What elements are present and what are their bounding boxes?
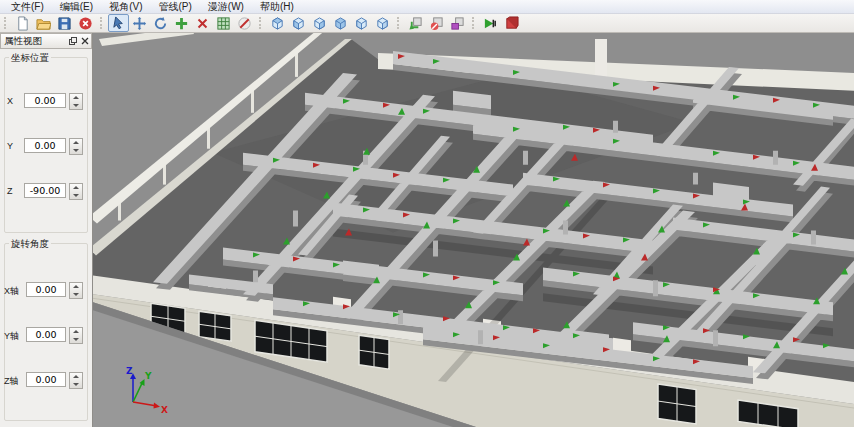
select-button[interactable] [108, 14, 129, 32]
import-arrow-icon [408, 16, 423, 31]
disable-button[interactable] [234, 14, 255, 32]
merge-model-button[interactable] [447, 14, 468, 32]
view-back-button[interactable] [288, 14, 309, 32]
toolbar-grip [397, 17, 402, 29]
rot-z-spinner[interactable] [69, 372, 83, 389]
toolbar [0, 14, 854, 33]
open-file-button[interactable] [33, 14, 54, 32]
close-button[interactable] [75, 14, 96, 32]
move-icon [132, 16, 147, 31]
rot-x-row: X轴 [0, 282, 92, 298]
coord-y-spinner[interactable] [69, 138, 83, 155]
properties-panel: 属性视图 坐标位置 X Y Z [0, 33, 93, 427]
view-cube-icon [291, 16, 306, 31]
rot-y-row: Y轴 [0, 327, 92, 343]
view-left-button[interactable] [351, 14, 372, 32]
toolbar-grip [100, 17, 105, 29]
view-cube-icon [270, 16, 285, 31]
rot-y-spinner[interactable] [69, 327, 83, 344]
menu-help[interactable]: 帮助(H) [252, 0, 302, 13]
red-x-icon [195, 16, 210, 31]
save-button[interactable] [54, 14, 75, 32]
toolbar-grip [259, 17, 264, 29]
menu-roam[interactable]: 漫游(W) [200, 0, 252, 13]
purple-box-icon [450, 16, 465, 31]
select-cursor-icon [111, 16, 126, 31]
save-icon [57, 16, 72, 31]
rot-x-label: X轴 [4, 285, 19, 298]
view-right-button[interactable] [372, 14, 393, 32]
rot-x-input[interactable] [26, 282, 66, 297]
walk-play-icon [483, 16, 498, 31]
plus-icon [174, 16, 189, 31]
rot-y-input[interactable] [26, 327, 66, 342]
float-panel-icon[interactable] [67, 36, 78, 47]
coord-x-row: X [0, 93, 92, 109]
coord-z-label: Z [7, 186, 13, 196]
view-top-button[interactable] [309, 14, 330, 32]
menu-file[interactable]: 文件(F) [3, 0, 52, 13]
toolbar-grip [4, 17, 9, 29]
roof-duct-scene: Z Y X [93, 33, 854, 427]
open-folder-icon [36, 16, 51, 31]
rotate-button[interactable] [150, 14, 171, 32]
block-model-button[interactable] [426, 14, 447, 32]
view-cube-icon [333, 16, 348, 31]
rotation-group-title: 旋转角度 [9, 238, 51, 251]
blocked-box-icon [429, 16, 444, 31]
roam-stop-button[interactable] [501, 14, 522, 32]
grid-snap-button[interactable] [213, 14, 234, 32]
no-entry-icon [237, 16, 252, 31]
menu-edit[interactable]: 编辑(E) [52, 0, 101, 13]
rot-z-input[interactable] [26, 372, 66, 387]
view-bottom-button[interactable] [330, 14, 351, 32]
axis-z-label: Z [126, 366, 133, 376]
grid-icon [216, 16, 231, 31]
3d-viewport[interactable]: Z Y X [93, 33, 854, 427]
coord-x-spinner[interactable] [69, 93, 83, 110]
properties-panel-header[interactable]: 属性视图 [0, 33, 92, 49]
rot-z-label: Z轴 [4, 375, 19, 388]
view-cube-icon [354, 16, 369, 31]
coord-y-label: Y [7, 141, 13, 151]
rotate-icon [153, 16, 168, 31]
rot-y-label: Y轴 [4, 330, 19, 343]
add-button[interactable] [171, 14, 192, 32]
coordinate-group-title: 坐标位置 [9, 52, 51, 65]
axis-x-label: X [161, 405, 168, 415]
coord-y-row: Y [0, 138, 92, 154]
rot-z-row: Z轴 [0, 372, 92, 388]
view-cube-icon [375, 16, 390, 31]
view-cube-icon [312, 16, 327, 31]
menu-bar: 文件(F) 编辑(E) 视角(V) 管线(P) 漫游(W) 帮助(H) [0, 0, 854, 14]
view-front-button[interactable] [267, 14, 288, 32]
import-model-button[interactable] [405, 14, 426, 32]
coord-z-input[interactable] [24, 183, 66, 198]
new-file-button[interactable] [12, 14, 33, 32]
move-button[interactable] [129, 14, 150, 32]
coord-x-label: X [7, 96, 13, 106]
menu-pipeline[interactable]: 管线(P) [150, 0, 199, 13]
toolbar-grip [472, 17, 477, 29]
coord-x-input[interactable] [24, 93, 66, 108]
new-file-icon [15, 16, 30, 31]
panel-title: 属性视图 [1, 35, 67, 48]
rot-x-spinner[interactable] [69, 282, 83, 299]
menu-view[interactable]: 视角(V) [101, 0, 150, 13]
stop-box-icon [504, 16, 519, 31]
coord-y-input[interactable] [24, 138, 66, 153]
coord-z-row: Z [0, 183, 92, 199]
close-red-icon [78, 16, 93, 31]
roam-start-button[interactable] [480, 14, 501, 32]
axis-y-label: Y [144, 371, 152, 381]
application-window: 文件(F) 编辑(E) 视角(V) 管线(P) 漫游(W) 帮助(H) [0, 0, 854, 427]
close-panel-icon[interactable] [79, 36, 90, 47]
coord-z-spinner[interactable] [69, 183, 83, 200]
delete-button[interactable] [192, 14, 213, 32]
